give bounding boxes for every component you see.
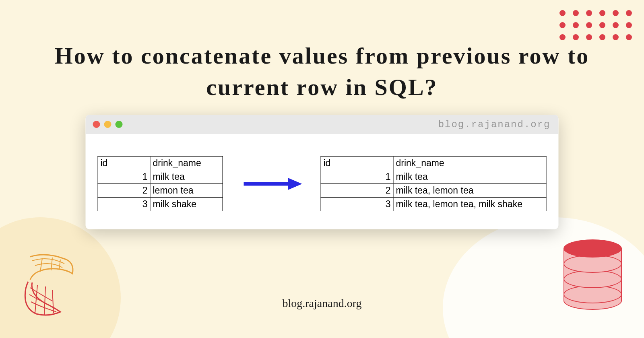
- window-body: id drink_name 1 milk tea 2 lemon tea 3 m…: [86, 134, 559, 229]
- cell-id: 2: [321, 184, 393, 198]
- cell-name: milk tea: [150, 170, 223, 184]
- minimize-icon: [104, 121, 111, 128]
- header-id: id: [321, 157, 393, 170]
- header-drink-name: drink_name: [150, 157, 223, 170]
- svg-marker-1: [288, 178, 302, 190]
- cell-name: milk tea, lemon tea, milk shake: [393, 198, 546, 211]
- example-window: blog.rajanand.org id drink_name 1 milk t…: [86, 115, 559, 229]
- table-header-row: id drink_name: [321, 157, 546, 170]
- cell-id: 3: [98, 198, 150, 211]
- footer-url: blog.rajanand.org: [283, 297, 362, 310]
- sql-server-logo-icon: [18, 249, 80, 318]
- traffic-lights: [93, 121, 123, 128]
- table-row: 2 lemon tea: [98, 184, 223, 198]
- close-icon: [93, 121, 100, 128]
- page-title: How to concatenate values from previous …: [30, 40, 614, 103]
- table-row: 2 milk tea, lemon tea: [321, 184, 546, 198]
- header-drink-name: drink_name: [393, 157, 546, 170]
- header-id: id: [98, 157, 150, 170]
- table-row: 1 milk tea: [98, 170, 223, 184]
- table-row: 1 milk tea: [321, 170, 546, 184]
- cell-name: milk shake: [150, 198, 223, 211]
- cell-name: milk tea, lemon tea: [393, 184, 546, 198]
- maximize-icon: [116, 121, 123, 128]
- table-header-row: id drink_name: [98, 157, 223, 170]
- cell-id: 1: [321, 170, 393, 184]
- cell-name: milk tea: [393, 170, 546, 184]
- cell-id: 2: [98, 184, 150, 198]
- output-table: id drink_name 1 milk tea 2 milk tea, lem…: [321, 156, 547, 211]
- cell-name: lemon tea: [150, 184, 223, 198]
- arrow-right-icon: [242, 176, 302, 192]
- cell-id: 3: [321, 198, 393, 211]
- cell-id: 1: [98, 170, 150, 184]
- database-icon: [564, 239, 622, 308]
- window-titlebar: blog.rajanand.org: [86, 115, 559, 134]
- table-row: 3 milk tea, lemon tea, milk shake: [321, 198, 546, 211]
- input-table: id drink_name 1 milk tea 2 lemon tea 3 m…: [98, 156, 223, 211]
- decorative-dots-grid: [559, 10, 632, 40]
- window-url-text: blog.rajanand.org: [438, 119, 551, 130]
- table-row: 3 milk shake: [98, 198, 223, 211]
